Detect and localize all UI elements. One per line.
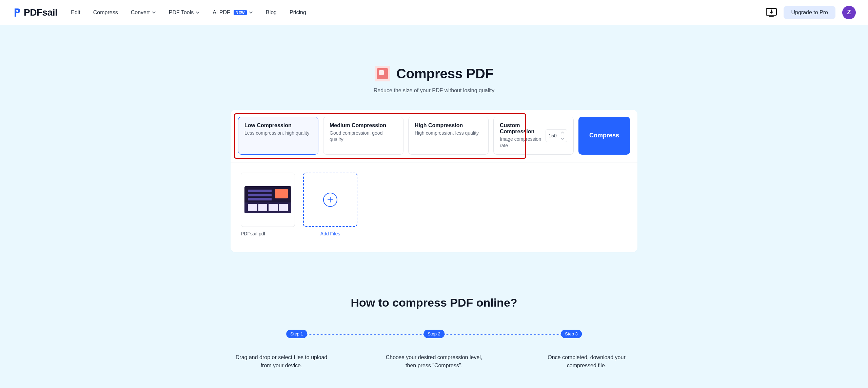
option-title: Low Compression (244, 122, 312, 129)
page-title: Compress PDF (396, 66, 494, 81)
brand-logo[interactable]: PDFsail (12, 7, 57, 18)
header-actions: Upgrade to Pro Z (766, 6, 856, 19)
chevron-down-icon (249, 11, 253, 15)
add-files-button[interactable] (303, 173, 357, 227)
steps-descriptions: Drag and drop or select files to upload … (0, 353, 868, 370)
option-desc: High compression, less quality (415, 130, 482, 136)
option-medium-compression[interactable]: Medium Compression Good compression, goo… (323, 117, 403, 155)
nav-blog[interactable]: Blog (266, 9, 277, 16)
app-header: PDFsail Edit Compress Convert PDF Tools … (0, 0, 868, 25)
add-files-wrapper: Add Files (303, 173, 357, 236)
how-to-section: How to compress PDF online? Step 1 Step … (0, 296, 868, 370)
steps-timeline: Step 1 Step 2 Step 3 (281, 330, 587, 339)
nav-compress[interactable]: Compress (93, 9, 118, 16)
compress-card: Low Compression Less compression, high q… (231, 110, 637, 252)
compression-rate-input[interactable] (546, 133, 559, 138)
nav-edit[interactable]: Edit (71, 9, 80, 16)
nav-convert-label: Convert (131, 9, 150, 16)
stepper-down-button[interactable] (559, 136, 566, 142)
nav-ai-pdf-label: AI PDF (213, 9, 230, 16)
step-2-text: Choose your desired compression level, t… (383, 353, 485, 370)
file-thumbnail (241, 173, 295, 227)
nav-pdf-tools[interactable]: PDF Tools (169, 9, 200, 16)
option-desc: Image compression rate (500, 136, 541, 149)
compress-button[interactable]: Compress (578, 117, 630, 155)
nav-ai-pdf[interactable]: AI PDF NEW (213, 9, 253, 16)
option-custom-compression[interactable]: Custom Compression Image compression rat… (493, 117, 574, 155)
hero: Compress PDF Reduce the size of your PDF… (0, 66, 868, 94)
chevron-down-icon (196, 11, 200, 15)
step-1-pill: Step 1 (286, 330, 307, 338)
plus-icon (323, 193, 337, 207)
compress-pdf-icon (375, 66, 390, 81)
page-subtitle: Reduce the size of your PDF without losi… (0, 88, 868, 94)
add-files-label: Add Files (303, 231, 357, 236)
nav-convert[interactable]: Convert (131, 9, 156, 16)
chevron-down-icon (152, 11, 156, 15)
nav-pricing[interactable]: Pricing (290, 9, 306, 16)
svg-point-0 (16, 10, 18, 12)
file-item[interactable]: PDFsail.pdf (241, 173, 295, 236)
step-2-pill: Step 2 (423, 330, 445, 338)
files-area: PDFsail.pdf Add Files (231, 162, 637, 252)
option-title: Custom Compression (500, 122, 541, 135)
option-low-compression[interactable]: Low Compression Less compression, high q… (238, 117, 318, 155)
file-name: PDFsail.pdf (241, 231, 295, 236)
nav-compress-label: Compress (93, 9, 118, 16)
compression-options: Low Compression Less compression, high q… (231, 110, 637, 162)
brand-name: PDFsail (24, 7, 57, 18)
option-desc: Good compression, good quality (330, 130, 397, 143)
nav-pricing-label: Pricing (290, 9, 306, 16)
page-body: Compress PDF Reduce the size of your PDF… (0, 25, 868, 388)
compression-rate-stepper[interactable] (546, 129, 567, 142)
nav-blog-label: Blog (266, 9, 277, 16)
stepper-up-button[interactable] (559, 130, 566, 136)
chevron-down-icon (561, 137, 564, 140)
nav-edit-label: Edit (71, 9, 80, 16)
step-1-text: Drag and drop or select files to upload … (231, 353, 332, 370)
download-desktop-icon[interactable] (766, 8, 777, 17)
option-title: Medium Compression (330, 122, 397, 129)
user-avatar[interactable]: Z (842, 6, 856, 19)
option-title: High Compression (415, 122, 482, 129)
brand-logo-icon (12, 8, 21, 17)
new-badge: NEW (234, 10, 247, 15)
how-to-title: How to compress PDF online? (0, 296, 868, 309)
upgrade-button[interactable]: Upgrade to Pro (784, 6, 835, 19)
avatar-initial: Z (847, 9, 851, 16)
main-nav: Edit Compress Convert PDF Tools AI PDF N… (71, 9, 306, 16)
option-desc: Less compression, high quality (244, 130, 312, 136)
chevron-up-icon (561, 131, 564, 134)
step-3-text: Once completed, download your compressed… (536, 353, 637, 370)
step-3-pill: Step 3 (561, 330, 582, 338)
option-high-compression[interactable]: High Compression High compression, less … (408, 117, 489, 155)
nav-pdf-tools-label: PDF Tools (169, 9, 194, 16)
